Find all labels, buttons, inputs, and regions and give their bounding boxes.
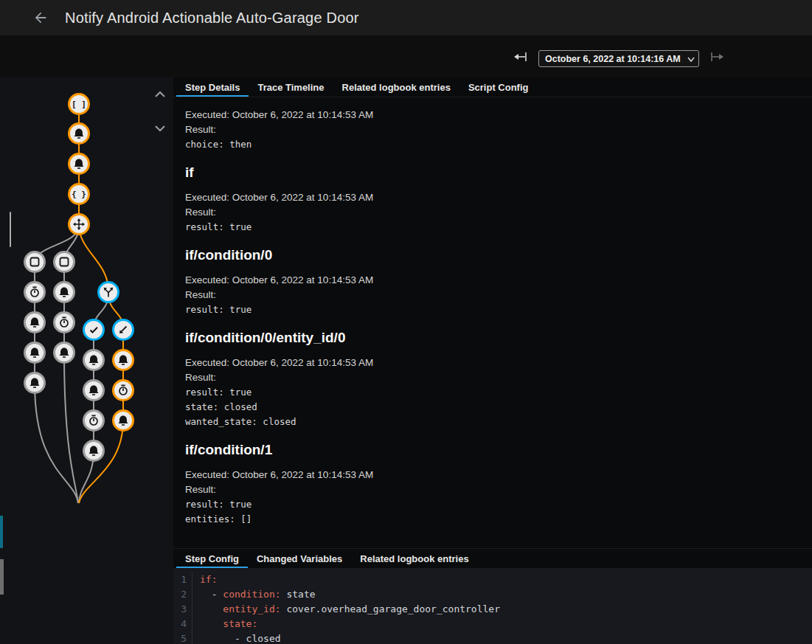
result-label: Result:	[185, 482, 800, 497]
graph-node-bell[interactable]	[69, 124, 89, 144]
trace-step-section: Executed: October 6, 2022 at 10:14:53 AM…	[185, 108, 800, 152]
header: Notify Android Actionable Auto-Garage Do…	[0, 0, 812, 35]
graph-node-timer[interactable]	[55, 313, 74, 333]
code-line: 3 entity_id: cover.overhead_garage_door_…	[173, 602, 812, 617]
graph-edge	[79, 225, 108, 291]
graph-node-bell[interactable]	[25, 373, 45, 393]
code-text: entity_id: cover.overhead_garage_door_co…	[192, 602, 500, 617]
result-label: Result:	[185, 370, 800, 385]
code-brackets-icon: [ ]	[72, 100, 86, 109]
code-line: 5 - closed	[173, 631, 812, 644]
graph-node-bell[interactable]	[84, 350, 104, 370]
trace-graph-panel: [ ]{ }	[0, 77, 173, 644]
section-heading: if/condition/1	[185, 442, 800, 458]
graph-node-arrow-bottom-left[interactable]	[114, 320, 133, 340]
svg-text:{ }: { }	[72, 190, 86, 199]
graph-node-timer[interactable]	[84, 411, 104, 431]
left-scroll-indicator[interactable]	[0, 559, 4, 595]
step-detail-tabs: Step DetailsTrace TimelineRelated logboo…	[173, 77, 812, 97]
tab-step-config[interactable]: Step Config	[176, 549, 248, 568]
ray-arrow-left-icon	[512, 51, 528, 63]
graph-node-bell[interactable]	[69, 154, 89, 174]
graph-node-bell[interactable]	[84, 381, 104, 401]
result-code: result: true	[185, 220, 800, 235]
section-heading: if/condition/0/entity_id/0	[185, 330, 800, 346]
graph-node-bell[interactable]	[55, 283, 74, 302]
result-label: Result:	[185, 288, 800, 302]
trace-step-section: if Executed: October 6, 2022 at 10:14:53…	[185, 165, 800, 235]
graph-scroll-down-button[interactable]	[154, 123, 166, 134]
main-area: [ ]{ } Step DetailsTrace TimelineRelated…	[0, 77, 812, 644]
tab-changed-variables[interactable]: Changed Variables	[248, 549, 351, 568]
tab-step-details[interactable]: Step Details	[176, 77, 249, 97]
page-title: Notify Android Actionable Auto-Garage Do…	[65, 10, 359, 27]
line-number: 3	[173, 602, 192, 617]
line-number: 4	[173, 617, 192, 631]
graph-node-bell[interactable]	[84, 441, 104, 461]
chevron-up-icon	[154, 91, 166, 98]
line-number: 2	[173, 587, 192, 602]
automation-trace-app: Notify Android Actionable Auto-Garage Do…	[0, 0, 812, 644]
graph-node-square-outline[interactable]	[25, 252, 45, 272]
graph-node-bell[interactable]	[114, 411, 133, 431]
executed-timestamp: Executed: October 6, 2022 at 10:14:53 AM	[185, 468, 800, 482]
graph-node-timer[interactable]	[114, 381, 133, 401]
trace-step-section: if/condition/0 Executed: October 6, 2022…	[185, 247, 800, 317]
left-accent-indicator	[0, 516, 3, 548]
step-details-scroll[interactable]: Executed: October 6, 2022 at 10:14:53 AM…	[173, 97, 812, 548]
tab-related-logbook-entries[interactable]: Related logbook entries	[333, 77, 459, 97]
code-line: 2 - condition: state	[173, 587, 812, 602]
trace-run-selected-value: October 6, 2022 at 10:14:16 AM	[545, 54, 681, 64]
code-text: - closed	[192, 631, 281, 644]
trace-run-select[interactable]: October 6, 2022 at 10:14:16 AM	[538, 50, 699, 67]
graph-node-call-split[interactable]	[99, 283, 119, 302]
graph-node-timer[interactable]	[25, 283, 45, 302]
trace-run-bar: October 6, 2022 at 10:14:16 AM	[0, 35, 812, 77]
code-text: if:	[192, 572, 217, 587]
node-ring	[25, 252, 45, 272]
tab-related-logbook-entries[interactable]: Related logbook entries	[351, 549, 477, 568]
ray-arrow-right-icon	[709, 51, 726, 63]
chevron-down-icon	[687, 57, 695, 62]
graph-node-square-outline[interactable]	[55, 252, 74, 272]
executed-timestamp: Executed: October 6, 2022 at 10:14:53 AM	[185, 273, 800, 288]
graph-node-bell[interactable]	[25, 313, 45, 333]
result-label: Result:	[185, 122, 800, 137]
graph-scroll-up-button[interactable]	[154, 89, 166, 100]
graph-node-bell[interactable]	[55, 343, 74, 363]
graph-node-code-brackets[interactable]: [ ]	[69, 94, 89, 114]
line-number: 1	[173, 572, 192, 587]
result-code: result: true	[185, 302, 800, 317]
graph-node-bell[interactable]	[114, 350, 133, 370]
executed-timestamp: Executed: October 6, 2022 at 10:14:53 AM	[185, 108, 800, 122]
previous-trace-button[interactable]	[512, 51, 528, 65]
result-code: choice: then	[185, 137, 800, 152]
code-line: 4 state:	[173, 617, 812, 631]
graph-node-arrow-decision[interactable]	[69, 215, 89, 235]
step-config-tabs: Step ConfigChanged VariablesRelated logb…	[173, 548, 812, 568]
tab-trace-timeline[interactable]: Trace Timeline	[249, 77, 333, 97]
yaml-code-editor[interactable]: 1if:2 - condition: state3 entity_id: cov…	[173, 568, 812, 644]
line-number: 5	[173, 631, 192, 644]
back-button[interactable]	[32, 10, 49, 26]
trace-step-section: if/condition/0/entity_id/0 Executed: Oct…	[185, 330, 800, 429]
left-scrollbar-thumb[interactable]	[10, 212, 11, 247]
chevron-down-icon	[154, 125, 166, 132]
executed-timestamp: Executed: October 6, 2022 at 10:14:53 AM	[185, 356, 800, 370]
executed-timestamp: Executed: October 6, 2022 at 10:14:53 AM	[185, 190, 800, 205]
code-line: 1if:	[173, 572, 812, 587]
result-code: result: true entities: []	[185, 497, 800, 527]
code-text: - condition: state	[192, 587, 316, 602]
arrow-left-icon	[32, 10, 49, 26]
node-ring	[84, 320, 104, 340]
svg-text:[ ]: [ ]	[72, 100, 86, 109]
graph-node-check[interactable]	[84, 320, 104, 340]
graph-node-bell[interactable]	[25, 343, 45, 363]
result-code: result: true state: closed wanted_state:…	[185, 385, 800, 429]
graph-node-code-braces[interactable]: { }	[69, 184, 89, 204]
next-trace-button[interactable]	[709, 51, 726, 65]
section-heading: if/condition/0	[185, 247, 800, 263]
trace-graph: [ ]{ }	[0, 77, 173, 535]
trace-details-area: Step DetailsTrace TimelineRelated logboo…	[173, 77, 812, 644]
tab-script-config[interactable]: Script Config	[459, 77, 538, 97]
